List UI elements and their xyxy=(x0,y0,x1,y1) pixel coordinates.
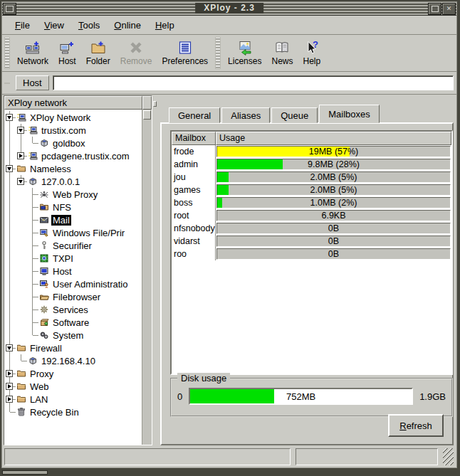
mailbox-name: games xyxy=(172,184,216,196)
tab-mailboxes[interactable]: Mailboxes xyxy=(319,105,380,123)
mailbox-name: frode xyxy=(172,145,216,158)
collapse-toggle-icon[interactable] xyxy=(17,178,24,185)
mailbox-name: roo xyxy=(172,248,216,260)
tree-item-filebrowser[interactable]: Filebrowser xyxy=(4,290,142,303)
collapse-toggle-icon[interactable] xyxy=(6,344,13,351)
host-input[interactable] xyxy=(53,75,454,90)
mailbox-row-boss[interactable]: boss1.0MB (2%) xyxy=(172,196,451,209)
tree-item-nfs[interactable]: NFS xyxy=(4,201,142,213)
menu-file[interactable]: File xyxy=(8,18,37,33)
help-toolbar2-button[interactable]: ?Help xyxy=(298,36,326,70)
tree-connector xyxy=(27,316,38,329)
tree-item-label: LAN xyxy=(28,394,49,405)
mailbox-row-admin[interactable]: admin9.8MB (28%) xyxy=(172,158,451,171)
tree-item-windows-file-prir[interactable]: Windows File/Prir xyxy=(4,226,142,239)
collapse-toggle-icon[interactable] xyxy=(6,165,13,172)
tree-item-services[interactable]: Services xyxy=(4,303,142,316)
tree-item-software[interactable]: Software xyxy=(4,316,142,329)
licenses-toolbar2-button[interactable]: Licenses xyxy=(223,36,266,70)
column-header-usage[interactable]: Usage xyxy=(216,132,451,145)
tree-item-label: pcdagene.trustix.com xyxy=(40,151,131,162)
tree-item-firewall[interactable]: Firewall xyxy=(4,342,142,354)
window-menu-button[interactable] xyxy=(3,3,16,15)
tree-item-user-administratio[interactable]: User Administratio xyxy=(4,277,142,290)
tree-item-web-proxy[interactable]: Web Proxy xyxy=(4,188,142,201)
expand-toggle-icon[interactable] xyxy=(6,396,13,403)
tree-item-192-168-4-10[interactable]: 192.168.4.10 xyxy=(4,354,142,367)
remove-toolbar-button: Remove xyxy=(115,36,157,70)
expand-toggle-icon[interactable] xyxy=(6,383,13,390)
tree-item-recycle-bin[interactable]: Recycle Bin xyxy=(4,406,142,418)
tree-header[interactable]: XPloy network xyxy=(4,96,142,110)
menu-online[interactable]: Online xyxy=(107,18,148,33)
host-add-icon xyxy=(59,40,75,55)
news-toolbar2-button[interactable]: News xyxy=(266,36,298,70)
refresh-button[interactable]: Refresh xyxy=(388,414,444,437)
usage-bar-label: 2.0MB (5%) xyxy=(217,172,450,182)
host-toolbar-button[interactable]: Host xyxy=(53,36,81,70)
mailbox-row-roo[interactable]: roo0B xyxy=(172,248,451,260)
tree-scrollbar[interactable] xyxy=(142,110,152,445)
mailbox-row-nfsnobody[interactable]: nfsnobody0B xyxy=(172,222,451,235)
mailbox-row-root[interactable]: root6.9KB xyxy=(172,209,451,222)
tree-guide xyxy=(16,226,27,239)
usage-bar: 9.8MB (28%) xyxy=(216,159,451,170)
toolbar-button-label: Help xyxy=(303,56,321,66)
mailbox-usage-cell: 1.0MB (2%) xyxy=(216,196,451,209)
resize-grip[interactable] xyxy=(443,448,454,465)
tree-item-label: Software xyxy=(51,317,90,328)
mailbox-name: vidarst xyxy=(172,235,216,248)
tree-item-host[interactable]: Host xyxy=(4,265,142,277)
tree-item-nameless[interactable]: Nameless xyxy=(4,162,142,175)
network-toolbar-button[interactable]: Network xyxy=(12,36,53,70)
tree-connector xyxy=(27,290,38,303)
maximize-button[interactable] xyxy=(428,3,441,15)
tree-item-web[interactable]: Web xyxy=(4,380,142,393)
tree-item-system[interactable]: System xyxy=(4,329,142,342)
toolbar-gripper[interactable] xyxy=(4,37,10,69)
usage-bar-label: 9.8MB (28%) xyxy=(217,159,450,169)
tab-general[interactable]: General xyxy=(169,107,220,123)
bottom-border-handle[interactable] xyxy=(2,470,48,475)
tool-bar: NetworkHostFolderRemovePreferencesLicens… xyxy=(2,35,456,72)
menu-view[interactable]: View xyxy=(37,18,71,33)
tree-item-127-0-0-1[interactable]: 127.0.0.1 xyxy=(4,175,142,188)
tree-item-pcdagene-trustix-com[interactable]: pcdagene.trustix.com xyxy=(4,149,142,162)
close-button[interactable]: ✕ xyxy=(442,3,456,15)
tree-item-trustix-com[interactable]: trustix.com xyxy=(4,124,142,137)
mailbox-row-games[interactable]: games2.0MB (5%) xyxy=(172,184,451,196)
application-window: XPloy - 2.3 ✕ FileViewToolsOnlineHelp Ne… xyxy=(0,0,460,476)
tree-scrollbar-thumb[interactable] xyxy=(143,110,151,120)
web-proxy-icon xyxy=(38,189,50,200)
hostbar-gripper[interactable] xyxy=(4,83,10,84)
tree-item-xploy-network[interactable]: XPloy Network xyxy=(4,111,142,124)
column-header-mailbox[interactable]: Mailbox xyxy=(172,132,216,145)
expand-toggle-icon[interactable] xyxy=(6,370,13,377)
splitter-handle[interactable] xyxy=(153,101,157,107)
toolbar-gripper[interactable] xyxy=(215,37,221,69)
collapse-toggle-icon[interactable] xyxy=(17,127,24,134)
tree-item-label: Firewall xyxy=(28,343,63,354)
mailbox-row-vidarst[interactable]: vidarst0B xyxy=(172,235,451,248)
panel-splitter[interactable] xyxy=(153,95,157,445)
menu-tools[interactable]: Tools xyxy=(71,18,107,33)
mailbox-row-jou[interactable]: jou2.0MB (5%) xyxy=(172,171,451,184)
tree-item-txpi[interactable]: TXPI xyxy=(4,252,142,265)
tab-aliases[interactable]: Aliases xyxy=(221,107,270,123)
mailbox-row-frode[interactable]: frode19MB (57%) xyxy=(172,145,451,158)
network-tree-panel: XPloy network XPloy Networktrustix.comgo… xyxy=(4,95,152,445)
folder-toolbar-button[interactable]: Folder xyxy=(81,36,115,70)
tree-item-proxy[interactable]: Proxy xyxy=(4,367,142,380)
tree-item-goldbox[interactable]: goldbox xyxy=(4,137,142,149)
tree-item-securifier[interactable]: Securifier xyxy=(4,239,142,252)
title-bar[interactable]: XPloy - 2.3 ✕ xyxy=(2,2,456,16)
expand-toggle-icon[interactable] xyxy=(17,152,24,159)
preferences-toolbar-button[interactable]: Preferences xyxy=(157,36,213,70)
menu-help[interactable]: Help xyxy=(148,18,182,33)
tab-queue[interactable]: Queue xyxy=(271,107,318,123)
collapse-toggle-icon[interactable] xyxy=(6,114,13,121)
tree-item-mail[interactable]: Mail xyxy=(4,213,142,226)
mailbox-usage-cell: 2.0MB (5%) xyxy=(216,171,451,184)
tree-item-label: Web Proxy xyxy=(51,189,99,200)
tree-item-lan[interactable]: LAN xyxy=(4,393,142,406)
